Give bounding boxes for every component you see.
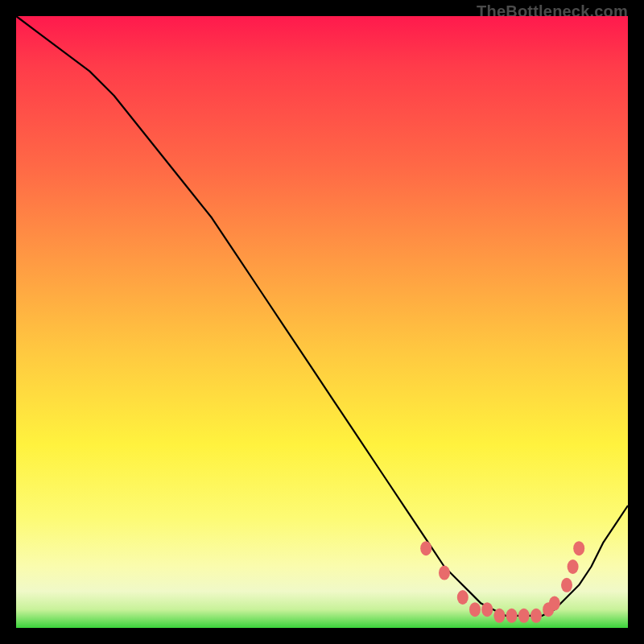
curve-marker <box>518 609 530 623</box>
curve-marker <box>561 578 572 592</box>
curve-marker <box>549 597 560 611</box>
curve-marker <box>457 590 469 605</box>
curve-marker <box>481 602 493 617</box>
chart-frame: TheBottleneck.com <box>0 0 644 644</box>
curve-marker <box>506 609 518 623</box>
curve-marker <box>469 602 481 617</box>
curve-marker <box>530 609 542 623</box>
curve-marker <box>439 566 450 580</box>
curve-marker <box>568 559 579 574</box>
bottleneck-curve <box>16 16 628 616</box>
curve-markers <box>420 541 584 623</box>
curve-marker <box>573 541 584 555</box>
curve-marker <box>493 609 505 623</box>
curve-marker <box>420 541 431 555</box>
curve-svg <box>16 16 628 628</box>
plot-area <box>16 16 628 628</box>
